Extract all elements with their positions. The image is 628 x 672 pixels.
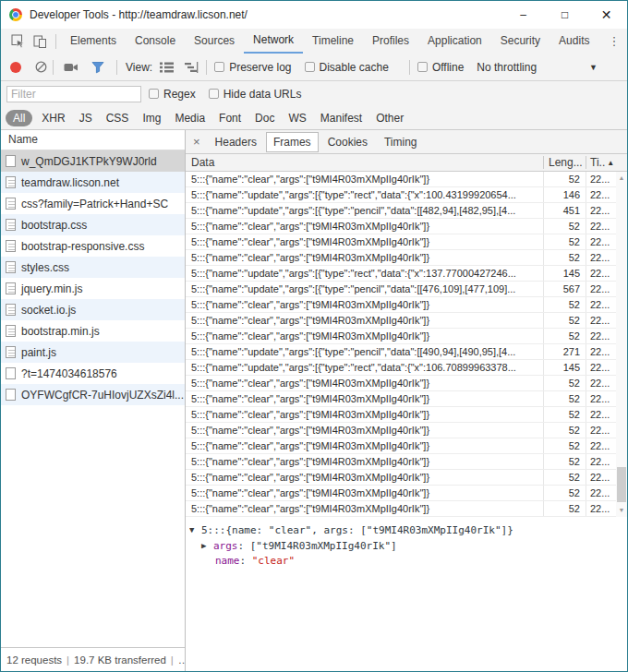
tab-audits[interactable]: Audits xyxy=(550,29,598,54)
regex-checkbox[interactable] xyxy=(149,89,159,99)
details-tab-headers[interactable]: Headers xyxy=(208,132,264,152)
data-column-header[interactable]: Data xyxy=(186,156,544,169)
filter-pill-media[interactable]: Media xyxy=(168,110,211,126)
frame-row[interactable]: 5:::{"name":"update","args":[{"type":"pe… xyxy=(186,282,616,297)
frame-row[interactable]: 5:::{"name":"clear","args":["t9MI4R03mXM… xyxy=(186,219,616,234)
frame-detail-tree: ▼5:::{name: "clear", args: ["t9MI4R03mXM… xyxy=(186,517,627,671)
large-rows-view-button[interactable] xyxy=(160,62,174,73)
frame-row[interactable]: 5:::{"name":"clear","args":["t9MI4R03mXM… xyxy=(186,391,616,407)
request-row[interactable]: OYFWCgfCR-7uHIovjUZXsZi4l... xyxy=(1,384,185,405)
waterfall-icon xyxy=(185,62,199,73)
disable-cache-checkbox[interactable] xyxy=(305,62,315,72)
request-row[interactable]: styles.css xyxy=(1,257,185,278)
collapse-triangle-icon[interactable]: ▼ xyxy=(189,522,201,537)
request-row[interactable]: teamdraw.licson.net xyxy=(1,172,185,193)
waterfall-view-button[interactable] xyxy=(185,62,199,73)
request-row[interactable]: socket.io.js xyxy=(1,299,185,320)
tab-network[interactable]: Network xyxy=(244,29,303,54)
record-button[interactable] xyxy=(10,62,21,73)
tab-security[interactable]: Security xyxy=(491,29,550,54)
request-row[interactable]: css?family=Patrick+Hand+SC xyxy=(1,193,185,214)
frame-time: 22... xyxy=(586,470,616,485)
length-column-header[interactable]: Leng... xyxy=(544,156,586,169)
document-icon xyxy=(6,176,16,188)
frame-detail-root[interactable]: ▼5:::{name: "clear", args: ["t9MI4R03mXM… xyxy=(189,522,623,538)
frame-row[interactable]: 5:::{"name":"clear","args":["t9MI4R03mXM… xyxy=(186,376,616,391)
tab-sources[interactable]: Sources xyxy=(185,29,244,54)
frame-row[interactable]: 5:::{"name":"clear","args":["t9MI4R03mXM… xyxy=(186,329,616,344)
filter-input[interactable] xyxy=(6,86,141,102)
frame-row[interactable]: 5:::{"name":"update","args":[{"type":"pe… xyxy=(186,344,616,360)
frame-data: 5:::{"name":"update","args":[{"type":"re… xyxy=(186,360,544,375)
request-row[interactable]: paint.js xyxy=(1,342,185,363)
scroll-up-icon[interactable]: ▲ xyxy=(616,173,627,184)
request-row[interactable]: bootstrap.css xyxy=(1,214,185,235)
vertical-scrollbar[interactable]: ▲ ▼ xyxy=(616,172,627,517)
frame-detail-property[interactable]: ▶args: ["t9MI4R03mXMpIIg40rIk"] xyxy=(189,538,623,554)
details-tab-timing[interactable]: Timing xyxy=(377,132,425,152)
tab-application[interactable]: Application xyxy=(418,29,491,54)
filter-pill-js[interactable]: JS xyxy=(73,110,99,126)
frame-row[interactable]: 5:::{"name":"clear","args":["t9MI4R03mXM… xyxy=(186,172,616,187)
inspect-element-button[interactable] xyxy=(6,30,29,54)
frame-row[interactable]: 5:::{"name":"update","args":[{"type":"re… xyxy=(186,187,616,203)
tab-elements[interactable]: Elements xyxy=(61,29,126,54)
time-column-header[interactable]: Ti.. ▲ xyxy=(586,156,627,169)
filter-pill-other[interactable]: Other xyxy=(369,110,410,126)
frame-row[interactable]: 5:::{"name":"clear","args":["t9MI4R03mXM… xyxy=(186,486,616,501)
scroll-down-icon[interactable]: ▼ xyxy=(616,505,627,516)
filter-pill-img[interactable]: Img xyxy=(136,110,167,126)
screenshot-capture-button[interactable] xyxy=(64,62,78,73)
frame-row[interactable]: 5:::{"name":"clear","args":["t9MI4R03mXM… xyxy=(186,454,616,470)
device-toolbar-button[interactable] xyxy=(29,30,51,54)
tab-console[interactable]: Console xyxy=(126,29,185,54)
filter-pill-doc[interactable]: Doc xyxy=(248,110,281,126)
tab-timeline[interactable]: Timeline xyxy=(303,29,363,54)
filter-pill-font[interactable]: Font xyxy=(212,110,248,126)
frame-length: 52 xyxy=(544,438,586,453)
document-icon xyxy=(6,304,16,316)
frame-row[interactable]: 5:::{"name":"clear","args":["t9MI4R03mXM… xyxy=(186,407,616,423)
offline-checkbox[interactable] xyxy=(417,62,428,72)
filter-pill-ws[interactable]: WS xyxy=(282,110,312,126)
details-tab-frames[interactable]: Frames xyxy=(266,132,319,152)
details-tab-cookies[interactable]: Cookies xyxy=(320,132,375,152)
clear-button[interactable] xyxy=(34,60,48,74)
filter-pill-xhr[interactable]: XHR xyxy=(35,110,71,126)
frame-row[interactable]: 5:::{"name":"update","args":[{"type":"pe… xyxy=(186,203,616,219)
filter-pill-manifest[interactable]: Manifest xyxy=(314,110,368,126)
minimize-button[interactable]: – xyxy=(502,1,544,29)
tab-profiles[interactable]: Profiles xyxy=(363,29,418,54)
throttling-select[interactable]: No throttling ▼ xyxy=(477,61,627,74)
scrollbar-thumb[interactable] xyxy=(617,467,626,502)
name-column-header[interactable]: Name xyxy=(1,130,185,150)
preserve-log-checkbox[interactable] xyxy=(214,62,224,72)
close-button[interactable]: ✕ xyxy=(586,1,627,29)
request-row[interactable]: ?t=1474034618576 xyxy=(1,363,185,384)
frame-row[interactable]: 5:::{"name":"clear","args":["t9MI4R03mXM… xyxy=(186,470,616,486)
frame-row[interactable]: 5:::{"name":"clear","args":["t9MI4R03mXM… xyxy=(186,501,616,517)
request-row[interactable]: jquery.min.js xyxy=(1,278,185,299)
transferred-size: 19.7 KB transferred xyxy=(74,654,166,666)
request-row[interactable]: w_QmDGJ1KTPkY9WJ0rld xyxy=(1,150,185,172)
request-name: socket.io.js xyxy=(21,304,76,317)
frame-row[interactable]: 5:::{"name":"clear","args":["t9MI4R03mXM… xyxy=(186,250,616,266)
filter-pill-all[interactable]: All xyxy=(6,110,32,126)
frame-row[interactable]: 5:::{"name":"clear","args":["t9MI4R03mXM… xyxy=(186,234,616,250)
frame-row[interactable]: 5:::{"name":"update","args":[{"type":"re… xyxy=(186,266,616,282)
filter-pill-css[interactable]: CSS xyxy=(100,110,136,126)
frame-row[interactable]: 5:::{"name":"update","args":[{"type":"re… xyxy=(186,360,616,376)
request-row[interactable]: bootstrap-responsive.css xyxy=(1,235,185,257)
frame-row[interactable]: 5:::{"name":"clear","args":["t9MI4R03mXM… xyxy=(186,423,616,438)
frame-row[interactable]: 5:::{"name":"clear","args":["t9MI4R03mXM… xyxy=(186,297,616,313)
customize-menu-button[interactable]: ⋮ xyxy=(601,34,627,48)
maximize-button[interactable]: □ xyxy=(544,1,586,29)
expand-triangle-icon[interactable]: ▶ xyxy=(201,538,213,553)
request-row[interactable]: bootstrap.min.js xyxy=(1,320,185,342)
frame-row[interactable]: 5:::{"name":"clear","args":["t9MI4R03mXM… xyxy=(186,438,616,454)
hide-data-urls-checkbox[interactable] xyxy=(209,89,219,99)
frame-row[interactable]: 5:::{"name":"clear","args":["t9MI4R03mXM… xyxy=(186,313,616,329)
frame-detail-property[interactable]: name: "clear" xyxy=(189,554,623,569)
close-details-icon[interactable]: × xyxy=(193,135,200,149)
filter-toggle-button[interactable] xyxy=(91,61,104,74)
